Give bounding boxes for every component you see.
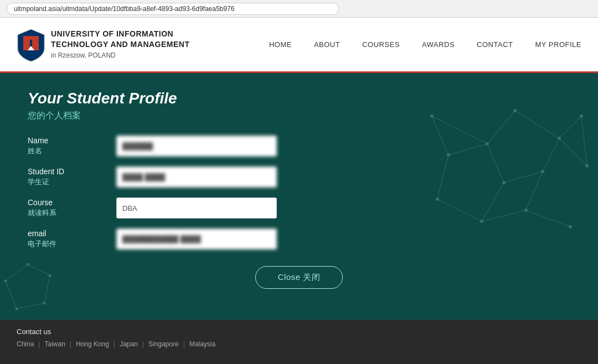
- svg-point-42: [43, 302, 46, 305]
- url-bar: uitmpoland.asia/uitmdata/Update/10dfbba9…: [7, 3, 339, 15]
- svg-point-24: [580, 115, 583, 118]
- svg-point-23: [558, 137, 561, 140]
- svg-line-10: [482, 183, 504, 221]
- svg-line-15: [437, 155, 448, 199]
- svg-line-33: [6, 264, 28, 281]
- svg-line-11: [482, 210, 526, 221]
- svg-line-16: [437, 199, 482, 221]
- footer-link-japan[interactable]: Japan: [120, 340, 138, 348]
- close-button[interactable]: Close 关闭: [255, 266, 343, 289]
- email-input[interactable]: [116, 228, 277, 249]
- svg-point-41: [16, 308, 18, 310]
- footer-link-taiwan[interactable]: Taiwan: [44, 340, 65, 348]
- svg-point-26: [541, 170, 544, 173]
- svg-rect-0: [23, 39, 30, 50]
- svg-line-19: [526, 210, 570, 227]
- course-label: Course 就读科系: [28, 197, 116, 219]
- svg-point-31: [585, 164, 589, 168]
- svg-line-12: [526, 171, 543, 210]
- footer-link-malaysia[interactable]: Malaysia: [189, 340, 215, 348]
- page-title: Your Student Profile: [28, 90, 570, 107]
- svg-line-18: [559, 138, 587, 166]
- student-id-field-container: [116, 167, 360, 188]
- svg-line-35: [6, 281, 17, 309]
- main-nav: HOME ABOUT COURSES AWARDS CONTACT MY PRO…: [269, 40, 581, 49]
- svg-rect-1: [32, 39, 39, 50]
- svg-point-28: [524, 209, 528, 212]
- svg-point-30: [436, 197, 439, 201]
- footer-link-hongkong[interactable]: Hong Kong: [76, 340, 109, 348]
- footer-contact-title: Contact us: [17, 327, 581, 336]
- svg-point-27: [480, 220, 483, 223]
- email-field-container: [116, 228, 360, 249]
- student-id-label: Student ID 学生证: [28, 167, 116, 188]
- svg-rect-2: [23, 36, 39, 40]
- profile-form: Name 姓名 Student ID 学生证 Course 就读科系 email…: [28, 136, 360, 249]
- nav-contact[interactable]: CONTACT: [477, 40, 513, 49]
- logo-text: UNIVERSITY of INFORMATION TECHNOLOGY and…: [51, 29, 190, 60]
- svg-point-21: [486, 142, 489, 145]
- footer-link-china[interactable]: China: [17, 340, 34, 348]
- svg-line-36: [17, 303, 44, 309]
- browser-bar: uitmpoland.asia/uitmdata/Update/10dfbba9…: [0, 0, 598, 18]
- svg-point-29: [447, 153, 450, 157]
- svg-line-14: [448, 144, 487, 155]
- svg-line-17: [581, 116, 587, 166]
- logo-area: UNIVERSITY of INFORMATION TECHNOLOGY and…: [17, 28, 190, 61]
- main-content: Your Student Profile 您的个人档案 Name 姓名 Stud…: [0, 73, 598, 320]
- name-input[interactable]: [116, 136, 277, 157]
- svg-line-7: [487, 144, 504, 183]
- name-label: Name 姓名: [28, 136, 116, 157]
- svg-line-13: [432, 116, 448, 155]
- svg-point-39: [27, 263, 29, 266]
- svg-line-8: [504, 171, 543, 183]
- svg-point-25: [502, 181, 506, 184]
- svg-point-38: [4, 280, 7, 283]
- nav-home[interactable]: HOME: [269, 40, 292, 49]
- footer: Contact us China | Taiwan | Hong Kong | …: [0, 320, 598, 364]
- course-field-container: [116, 197, 360, 219]
- nav-about[interactable]: ABOUT: [314, 40, 340, 49]
- name-field-container: [116, 136, 360, 157]
- footer-link-singapore[interactable]: Singapore: [148, 340, 179, 348]
- student-id-input[interactable]: [116, 167, 277, 188]
- nav-myprofile[interactable]: MY PROFILE: [535, 40, 581, 49]
- page-subtitle: 您的个人档案: [28, 110, 570, 122]
- footer-links: China | Taiwan | Hong Kong | Japan | Sin…: [17, 340, 581, 348]
- nav-courses[interactable]: COURSES: [362, 40, 400, 49]
- nav-awards[interactable]: AWARDS: [422, 40, 455, 49]
- email-label: email 电子邮件: [28, 228, 116, 249]
- university-logo: [17, 28, 45, 61]
- svg-point-32: [569, 225, 572, 228]
- svg-line-9: [543, 138, 559, 171]
- close-button-row: Close 关闭: [28, 266, 570, 289]
- header: UNIVERSITY of INFORMATION TECHNOLOGY and…: [0, 18, 598, 73]
- course-input[interactable]: [116, 197, 277, 219]
